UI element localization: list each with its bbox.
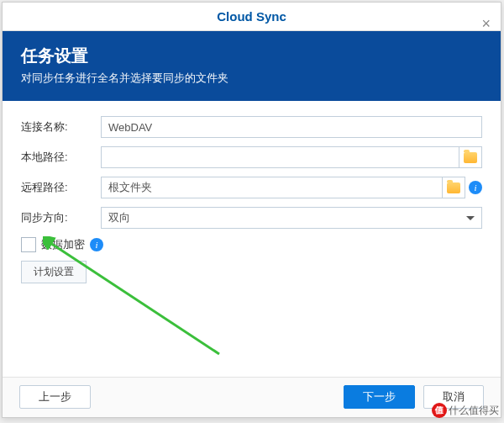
- remote-path-browse-button[interactable]: [442, 177, 465, 198]
- app-title: Cloud Sync: [217, 9, 286, 24]
- remote-path-label: 远程路径:: [21, 180, 101, 195]
- folder-icon: [464, 152, 477, 163]
- watermark: 值 什么值得买: [432, 403, 499, 418]
- folder-icon: [447, 182, 460, 193]
- page-title: 任务设置: [21, 45, 482, 67]
- close-icon[interactable]: ×: [481, 9, 491, 38]
- schedule-button[interactable]: 计划设置: [21, 261, 87, 283]
- local-path-input[interactable]: [101, 146, 459, 168]
- titlebar: Cloud Sync ×: [3, 3, 501, 31]
- sync-dir-value: 双向: [108, 210, 130, 225]
- remote-path-input[interactable]: [101, 177, 442, 198]
- next-button[interactable]: 下一步: [344, 385, 415, 409]
- sync-dir-select[interactable]: 双向: [101, 207, 482, 229]
- watermark-text: 什么值得买: [449, 404, 499, 418]
- conn-name-label: 连接名称:: [21, 119, 101, 135]
- watermark-logo-icon: 值: [432, 403, 447, 418]
- header-banner: 任务设置 对同步任务进行全名并选择要同步的文件夹: [3, 31, 501, 101]
- page-subtitle: 对同步任务进行全名并选择要同步的文件夹: [21, 71, 482, 86]
- sync-dir-label: 同步方向:: [21, 210, 101, 225]
- local-path-label: 本地路径:: [21, 150, 101, 165]
- encrypt-checkbox[interactable]: [21, 237, 36, 252]
- form-area: 连接名称: 本地路径: 远程路径: i: [3, 101, 501, 292]
- encrypt-label: 数据加密: [41, 237, 85, 252]
- info-icon[interactable]: i: [469, 181, 482, 194]
- conn-name-input[interactable]: [101, 116, 482, 138]
- local-path-browse-button[interactable]: [459, 146, 482, 168]
- info-icon[interactable]: i: [90, 238, 103, 251]
- back-button[interactable]: 上一步: [19, 385, 91, 409]
